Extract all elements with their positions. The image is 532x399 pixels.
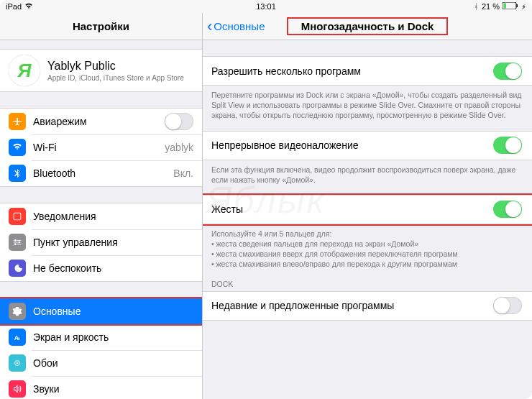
sidebar-item-airplane[interactable]: Авиарежим xyxy=(0,109,202,134)
svg-point-7 xyxy=(14,243,17,245)
battery-percent: 21 % xyxy=(482,2,500,11)
dock-recents-row[interactable]: Недавние и предложенные программы xyxy=(203,292,532,320)
chevron-left-icon: ‹ xyxy=(207,19,212,35)
pip-row[interactable]: Непрерывное видеоналожение xyxy=(203,132,532,160)
profile-name: Yablyk Public xyxy=(47,60,184,73)
left-header: Настройки xyxy=(0,13,202,40)
sidebar-item-control-center[interactable]: Пункт управления xyxy=(0,229,202,255)
sidebar-item-sounds[interactable]: Звуки xyxy=(0,376,202,399)
svg-point-11 xyxy=(17,362,19,364)
profile-row[interactable]: Я Yablyk Public Apple ID, iCloud, iTunes… xyxy=(0,50,202,91)
control-center-icon xyxy=(9,234,26,251)
profile-sub: Apple ID, iCloud, iTunes Store и App Sto… xyxy=(47,74,184,82)
svg-text:A: A xyxy=(17,336,21,341)
gear-icon xyxy=(9,303,26,320)
avatar: Я xyxy=(9,55,40,86)
allow-multiple-row[interactable]: Разрешить несколько программ xyxy=(203,57,532,85)
pip-toggle[interactable] xyxy=(493,137,522,154)
dock-section-label: DOCK xyxy=(203,270,532,291)
dnd-icon xyxy=(9,260,26,277)
wifi-icon xyxy=(9,139,26,156)
sidebar-item-general[interactable]: Основные xyxy=(0,298,202,324)
bluetooth-value: Вкл. xyxy=(173,168,193,179)
allow-multiple-desc: Перетяните программы из Dock или с экран… xyxy=(203,86,532,121)
pip-desc: Если эта функция включена, видео продолж… xyxy=(203,160,532,185)
sidebar-item-dnd[interactable]: Не беспокоить xyxy=(0,255,202,281)
battery-icon xyxy=(503,2,518,11)
detail-title: Многозадачность и Dock xyxy=(287,17,449,35)
svg-point-6 xyxy=(18,242,20,244)
device-label: iPad xyxy=(6,2,22,11)
settings-title: Настройки xyxy=(73,20,129,32)
sidebar-item-wifi[interactable]: Wi-Fi yablyk xyxy=(0,134,202,160)
allow-multiple-toggle[interactable] xyxy=(493,63,522,80)
dock-recents-toggle[interactable] xyxy=(493,297,522,314)
right-header: ‹ Основные Многозадачность и Dock xyxy=(203,13,532,40)
gestures-toggle[interactable] xyxy=(493,201,522,218)
gestures-desc: Используйте 4 или 5 пальцев для: • жеста… xyxy=(203,224,532,270)
clock: 13:01 xyxy=(256,2,276,11)
svg-point-5 xyxy=(14,239,17,242)
status-bar: iPad 13:01 ᚼ 21 % ⚡︎ xyxy=(0,0,532,13)
gestures-row[interactable]: Жесты xyxy=(203,196,532,224)
svg-rect-1 xyxy=(504,4,507,9)
notifications-icon xyxy=(9,208,26,225)
svg-rect-4 xyxy=(14,214,21,220)
airplane-icon xyxy=(9,113,26,130)
bluetooth-status-icon: ᚼ xyxy=(474,2,479,11)
back-button[interactable]: ‹ Основные xyxy=(207,19,265,35)
svg-rect-2 xyxy=(517,4,518,7)
charging-icon: ⚡︎ xyxy=(521,3,526,11)
sidebar-item-wallpaper[interactable]: Обои xyxy=(0,350,202,376)
sounds-icon xyxy=(9,380,26,398)
wifi-value: yablyk xyxy=(165,142,193,153)
wallpaper-icon xyxy=(9,354,26,372)
sidebar-item-display[interactable]: AA Экран и яркость xyxy=(0,324,202,350)
sidebar-item-notifications[interactable]: Уведомления xyxy=(0,203,202,229)
wifi-status-icon xyxy=(24,2,33,11)
back-label: Основные xyxy=(214,20,265,32)
sidebar-item-bluetooth[interactable]: Bluetooth Вкл. xyxy=(0,160,202,186)
display-icon: AA xyxy=(9,329,26,346)
airplane-toggle[interactable] xyxy=(165,113,193,130)
bluetooth-icon xyxy=(9,165,26,182)
